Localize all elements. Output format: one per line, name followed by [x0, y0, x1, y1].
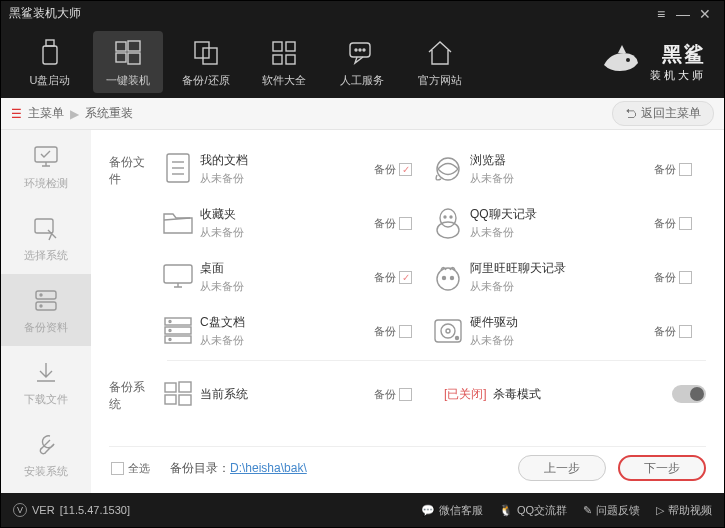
svg-point-31	[450, 216, 452, 218]
backup-checkbox[interactable]: 备份✓	[374, 162, 426, 177]
svg-rect-47	[179, 382, 191, 392]
back-button[interactable]: ⮌返回主菜单	[612, 101, 714, 126]
backup-checkbox[interactable]: 备份	[374, 216, 426, 231]
backup-checkbox[interactable]: 备份	[654, 270, 706, 285]
nav-service[interactable]: 人工服务	[327, 31, 397, 93]
item-name: 收藏夹	[200, 206, 374, 223]
backup-checkbox[interactable]: 备份	[654, 162, 706, 177]
close-button[interactable]: ✕	[694, 6, 716, 22]
svg-rect-9	[286, 42, 295, 51]
svg-point-29	[437, 222, 459, 238]
svg-point-44	[446, 329, 450, 333]
item-sub: 从未备份	[200, 225, 374, 240]
qq-icon	[426, 203, 470, 243]
usb-icon	[37, 37, 63, 69]
minimize-button[interactable]: —	[672, 6, 694, 22]
backup-files-section: 备份文件 我的文档从未备份 备份✓ 浏览器从未备份 备份	[109, 142, 706, 358]
server-stack-icon	[156, 311, 200, 351]
sidebar: 环境检测 选择系统 备份资料 下载文件 安装系统	[1, 130, 91, 493]
nav-usb[interactable]: U盘启动	[15, 31, 85, 93]
step-backup[interactable]: 备份资料	[1, 274, 91, 346]
backup-checkbox[interactable]: 备份	[374, 387, 426, 402]
select-all-checkbox[interactable]: 全选	[111, 461, 150, 476]
step-label: 选择系统	[24, 248, 68, 263]
item-name: 桌面	[200, 260, 374, 277]
backup-checkbox[interactable]: 备份	[654, 216, 706, 231]
section-label: 备份系统	[109, 367, 156, 421]
link-help[interactable]: ▷帮助视频	[656, 503, 712, 518]
breadcrumb: ☰ 主菜单 ▶ 系统重装 ⮌返回主菜单	[1, 98, 724, 130]
version: V VER[11.5.47.1530]	[13, 503, 130, 517]
item-driver: 硬件驱动从未备份 备份	[426, 311, 706, 351]
nav-website[interactable]: 官方网站	[405, 31, 475, 93]
svg-point-39	[169, 321, 171, 323]
backup-checkbox[interactable]: 备份	[654, 324, 706, 339]
svg-point-30	[444, 216, 446, 218]
svg-point-33	[437, 268, 459, 290]
statusbar: V VER[11.5.47.1530] 💬微信客服 🐧QQ交流群 ✎问题反馈 ▷…	[1, 493, 724, 527]
nav-backup[interactable]: 备份/还原	[171, 31, 241, 93]
item-wangwang: 阿里旺旺聊天记录从未备份 备份	[426, 257, 706, 297]
back-arrow-icon: ⮌	[625, 107, 637, 121]
nav-software[interactable]: 软件大全	[249, 31, 319, 93]
brand-name: 黑鲨	[662, 41, 706, 68]
monitor-check-icon	[32, 142, 60, 172]
chat-icon	[347, 37, 377, 69]
svg-rect-0	[46, 40, 54, 46]
link-feedback[interactable]: ✎问题反馈	[583, 503, 640, 518]
nav-label: 备份/还原	[182, 73, 229, 88]
svg-rect-2	[116, 42, 126, 51]
backup-checkbox[interactable]: 备份	[374, 324, 426, 339]
top-nav: U盘启动 一键装机 备份/还原 软件大全 人工服务 官方网站 黑鲨 装机大师	[1, 26, 724, 98]
svg-rect-10	[273, 55, 282, 64]
section-label: 备份文件	[109, 142, 156, 358]
svg-point-14	[359, 49, 361, 51]
download-icon	[32, 358, 60, 388]
link-wechat[interactable]: 💬微信客服	[421, 503, 483, 518]
item-name: 当前系统	[200, 386, 374, 403]
wechat-icon: 💬	[421, 504, 435, 517]
item-favorites: 收藏夹从未备份 备份	[156, 203, 426, 243]
backup-checkbox[interactable]: 备份✓	[374, 270, 426, 285]
svg-rect-32	[164, 265, 192, 283]
item-name: 浏览器	[470, 152, 654, 169]
shark-icon	[598, 41, 642, 84]
menu-icon[interactable]: ≡	[650, 6, 672, 22]
prev-button[interactable]: 上一步	[518, 455, 606, 481]
av-toggle[interactable]	[672, 385, 706, 403]
step-label: 备份资料	[24, 320, 68, 335]
item-cdrive: C盘文档从未备份 备份	[156, 311, 426, 351]
item-desktop: 桌面从未备份 备份✓	[156, 257, 426, 297]
av-status: [已关闭]	[444, 386, 487, 403]
nav-label: 官方网站	[418, 73, 462, 88]
list-icon: ☰	[11, 107, 22, 121]
svg-point-22	[40, 305, 42, 307]
item-name: QQ聊天记录	[470, 206, 654, 223]
copy-icon	[191, 37, 221, 69]
nav-label: U盘启动	[30, 73, 71, 88]
svg-point-16	[626, 58, 630, 62]
link-qq[interactable]: 🐧QQ交流群	[499, 503, 567, 518]
document-icon	[156, 149, 200, 189]
step-select[interactable]: 选择系统	[1, 202, 91, 274]
item-sub: 从未备份	[200, 333, 374, 348]
svg-rect-18	[35, 219, 53, 233]
svg-rect-11	[286, 55, 295, 64]
item-sub: 从未备份	[470, 225, 654, 240]
svg-rect-48	[165, 395, 176, 404]
crumb-current: 系统重装	[85, 105, 133, 122]
step-env[interactable]: 环境检测	[1, 130, 91, 202]
ie-icon	[426, 149, 470, 189]
item-documents: 我的文档从未备份 备份✓	[156, 149, 426, 189]
step-download[interactable]: 下载文件	[1, 346, 91, 418]
next-button[interactable]: 下一步	[618, 455, 706, 481]
svg-point-41	[169, 339, 171, 341]
nav-install[interactable]: 一键装机	[93, 31, 163, 93]
crumb-root[interactable]: 主菜单	[28, 105, 64, 122]
dir-link[interactable]: D:\heisha\bak\	[230, 461, 307, 475]
folder-icon	[156, 203, 200, 243]
step-label: 下载文件	[24, 392, 68, 407]
step-install[interactable]: 安装系统	[1, 418, 91, 490]
step-label: 安装系统	[24, 464, 68, 479]
item-qq: QQ聊天记录从未备份 备份	[426, 203, 706, 243]
